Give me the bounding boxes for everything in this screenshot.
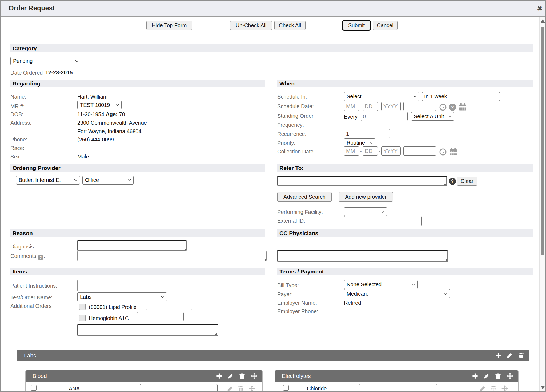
diagnosis-input[interactable] xyxy=(77,240,187,251)
add-new-provider-button[interactable]: Add new provider xyxy=(339,192,393,202)
clear-date-icon[interactable]: ✕ xyxy=(449,104,456,111)
comments-label: Comments ?: xyxy=(10,253,45,259)
pencil-icon[interactable] xyxy=(480,386,486,391)
lab-test-checkbox[interactable] xyxy=(283,385,289,391)
performing-facility-select[interactable] xyxy=(344,207,387,216)
chevron-down-icon xyxy=(444,293,448,295)
schedule-in-select[interactable]: Select xyxy=(344,92,419,101)
address-line1: 2300 Commonwealth Avenue xyxy=(77,120,147,126)
pencil-icon[interactable] xyxy=(484,373,489,379)
reason-section-header: Reason xyxy=(10,229,265,237)
payer-label: Payer: xyxy=(277,291,293,297)
cancel-button[interactable]: Cancel xyxy=(373,21,398,30)
date-ordered-label: Date Ordered xyxy=(10,70,43,76)
move-icon[interactable] xyxy=(507,373,513,379)
payer-select[interactable]: Medicare xyxy=(344,289,450,298)
priority-select[interactable]: Routine xyxy=(344,138,375,147)
provider-location-select[interactable]: Office xyxy=(82,176,134,185)
dialog-titlebar: Order Request ✖ xyxy=(1,1,545,17)
move-icon[interactable] xyxy=(251,373,258,379)
bill-type-select[interactable]: None Selected xyxy=(344,280,418,289)
remove-order-button[interactable]: - xyxy=(79,304,86,310)
lab-test-value-input[interactable] xyxy=(359,384,437,392)
dob-label: DOB: xyxy=(10,111,23,117)
submit-button[interactable]: Submit xyxy=(343,21,370,30)
category-select[interactable]: Pending xyxy=(10,57,81,65)
lab-test-name: Chloride xyxy=(307,386,327,392)
pencil-icon[interactable] xyxy=(228,373,234,379)
trash-icon[interactable] xyxy=(491,386,496,391)
calendar-icon[interactable] xyxy=(449,148,457,157)
age-label: Age: xyxy=(106,111,117,117)
schedule-time-input[interactable] xyxy=(403,102,436,111)
comments-input[interactable] xyxy=(77,251,267,261)
refer-to-input[interactable] xyxy=(277,176,447,186)
trash-icon[interactable] xyxy=(238,386,244,391)
date-dash: - xyxy=(379,148,380,154)
ordering-provider-select[interactable]: Butler, Internist E. xyxy=(16,176,80,185)
chevron-down-icon xyxy=(413,95,417,98)
external-id-input[interactable] xyxy=(344,216,422,226)
add-icon[interactable] xyxy=(472,373,478,379)
move-icon[interactable] xyxy=(501,385,508,392)
clear-button[interactable]: Clear xyxy=(457,177,477,186)
collection-time-input[interactable] xyxy=(403,146,436,156)
order-value-input[interactable] xyxy=(146,301,192,310)
advanced-search-button[interactable]: Advanced Search xyxy=(277,192,332,202)
collection-date-mm-input[interactable] xyxy=(344,146,359,156)
calendar-icon[interactable] xyxy=(459,103,467,112)
refer-to-help-icon[interactable]: ? xyxy=(449,178,456,185)
ordering-provider-section-header: Ordering Provider xyxy=(10,164,265,172)
date-ordered-value: 12-23-2015 xyxy=(45,70,73,76)
trash-icon[interactable] xyxy=(239,373,245,379)
order-value-input[interactable] xyxy=(137,312,184,321)
schedule-date-dd-input[interactable] xyxy=(363,102,378,111)
close-icon: ✖ xyxy=(537,5,542,12)
additional-orders-input[interactable] xyxy=(77,324,218,336)
performing-facility-label: Performing Facility: xyxy=(277,209,323,215)
clock-icon[interactable] xyxy=(439,104,447,112)
lab-test-checkbox[interactable] xyxy=(31,385,37,391)
terms-payment-section-header: Terms / Payment xyxy=(277,268,533,275)
patient-instructions-input[interactable] xyxy=(77,280,267,291)
additional-orders-label: Additional Orders xyxy=(10,303,52,309)
comments-help-icon[interactable]: ? xyxy=(38,255,43,260)
recurrence-input[interactable] xyxy=(344,129,390,138)
scrollbar-thumb[interactable] xyxy=(541,27,544,255)
pencil-icon[interactable] xyxy=(227,386,233,391)
mr-select[interactable]: TEST-10019 xyxy=(77,101,122,109)
trash-icon[interactable] xyxy=(495,373,501,379)
trash-icon[interactable] xyxy=(518,353,524,358)
lab-test-name: ANA xyxy=(69,386,80,392)
schedule-in-label: Schedule In: xyxy=(277,94,307,100)
pencil-icon[interactable] xyxy=(507,353,513,358)
unit-select[interactable]: Select A Unit xyxy=(411,112,454,121)
schedule-date-yyyy-input[interactable] xyxy=(381,102,401,111)
lab-test-value-input[interactable] xyxy=(140,384,218,392)
category-section-header: Category xyxy=(10,44,533,52)
every-value-input[interactable] xyxy=(361,112,408,121)
test-order-select[interactable]: Labs xyxy=(77,292,167,301)
collection-date-yyyy-input[interactable] xyxy=(381,146,401,156)
add-icon[interactable] xyxy=(495,353,501,358)
uncheck-all-button[interactable]: Un-Check All xyxy=(230,21,272,30)
date-dash: - xyxy=(379,104,380,110)
move-icon[interactable] xyxy=(248,385,255,392)
phone-label: Phone: xyxy=(10,137,27,143)
close-button[interactable]: ✖ xyxy=(534,1,545,16)
remove-order-button[interactable]: - xyxy=(79,315,86,321)
chevron-down-icon xyxy=(115,104,119,106)
scroll-up-arrow[interactable] xyxy=(541,19,545,23)
check-all-button[interactable]: Check All xyxy=(274,21,306,30)
schedule-in-text-input[interactable] xyxy=(422,92,500,101)
scroll-down-arrow[interactable] xyxy=(541,386,545,389)
clock-icon[interactable] xyxy=(439,148,447,157)
add-icon[interactable] xyxy=(216,373,222,379)
regarding-section-header: Regarding xyxy=(10,80,265,87)
vertical-scrollbar[interactable] xyxy=(539,17,545,391)
collection-date-dd-input[interactable] xyxy=(363,146,378,156)
cc-physicians-input[interactable] xyxy=(277,250,448,262)
schedule-date-mm-input[interactable] xyxy=(344,102,359,111)
hide-top-form-button[interactable]: Hide Top Form xyxy=(146,21,192,30)
employer-name-value: Retired xyxy=(344,300,361,306)
